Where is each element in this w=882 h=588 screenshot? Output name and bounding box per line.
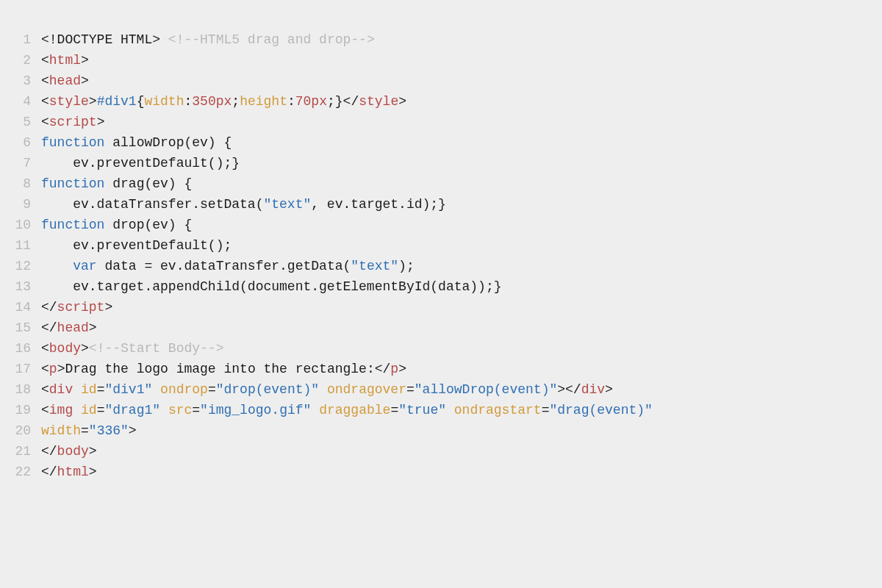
token: > [81,53,89,68]
token: > [398,94,406,109]
line-number: 9 [0,194,41,215]
token: Drag the logo image into the rectangle: [65,362,374,376]
code-content[interactable]: ev.preventDefault();} [41,153,882,173]
token: </ [343,94,359,109]
code-line[interactable]: 20width="336"> [0,420,882,441]
token: ; [232,94,240,109]
line-number: 19 [0,400,41,420]
token: = [542,403,550,417]
line-number: 1 [0,29,41,50]
token: <!--HTML5 drag and drop--> [168,32,375,47]
code-line[interactable]: 13 ev.target.appendChild(document.getEle… [0,276,882,297]
code-content[interactable]: <head> [41,71,882,91]
token: = [390,403,398,417]
token: width [41,423,81,438]
token: </ [41,320,57,335]
line-number: 3 [0,71,41,91]
code-content[interactable]: width="336"> [41,420,882,441]
token: "drag(event)" [549,403,652,417]
token: div [49,382,73,397]
code-content[interactable]: function drop(ev) { [41,215,882,235]
code-content[interactable]: <style>#div1{width:350px;height:70px;}</… [41,91,882,112]
code-content[interactable]: ev.dataTransfer.setData("text", ev.targe… [41,194,882,215]
code-line[interactable]: 21</body> [0,441,882,462]
token: </ [565,382,581,397]
code-content[interactable]: </script> [41,297,882,318]
code-line[interactable]: 2<html> [0,50,882,71]
token: style [49,94,89,109]
line-number: 18 [0,379,41,400]
code-content[interactable]: <body><!--Start Body--> [41,338,882,359]
code-content[interactable]: <div id="div1" ondrop="drop(event)" ondr… [41,379,882,400]
token [319,382,327,397]
token: 350px [192,94,232,109]
token: = [81,423,89,438]
token: body [57,444,89,459]
token: div [581,382,605,397]
code-line[interactable]: 18<div id="div1" ondrop="drop(event)" on… [0,379,882,400]
token: "div1" [104,382,152,397]
code-line[interactable]: 1<!DOCTYPE HTML> <!--HTML5 drag and drop… [0,29,882,50]
token: script [57,300,105,315]
code-line[interactable]: 5<script> [0,112,882,132]
code-line[interactable]: 4<style>#div1{width:350px;height:70px;}<… [0,91,882,112]
code-line[interactable]: 16<body><!--Start Body--> [0,338,882,359]
token: < [41,53,49,68]
token: > [89,320,97,335]
token [73,382,81,397]
token: < [41,382,49,397]
code-line[interactable]: 6function allowDrop(ev) { [0,132,882,153]
token: </ [41,444,57,459]
code-content[interactable]: <script> [41,112,882,132]
token: < [41,362,49,376]
token: html [49,53,81,68]
token: p [390,362,398,376]
code-content[interactable]: <html> [41,50,882,71]
code-content[interactable]: </head> [41,318,882,338]
token: "drag1" [104,403,160,417]
code-line[interactable]: 10function drop(ev) { [0,215,882,235]
line-number: 21 [0,441,41,462]
code-line[interactable]: 12 var data = ev.dataTransfer.getData("t… [0,256,882,276]
token: > [398,362,406,376]
code-content[interactable]: <img id="drag1" src="img_logo.gif" dragg… [41,400,882,420]
token: > [97,115,105,129]
code-content[interactable]: <p>Drag the logo image into the rectangl… [41,359,882,379]
line-number: 7 [0,153,41,173]
token: = [208,382,216,397]
token: = [97,403,105,417]
token: ondragstart [454,403,542,417]
code-content[interactable]: </html> [41,462,882,482]
code-content[interactable]: function drag(ev) { [41,173,882,194]
token: "true" [398,403,446,417]
code-content[interactable]: ev.preventDefault(); [41,235,882,256]
token: < [41,403,49,417]
token: draggable [319,403,390,417]
code-line[interactable]: 19<img id="drag1" src="img_logo.gif" dra… [0,400,882,420]
code-line[interactable]: 22</html> [0,462,882,482]
token: "text" [351,259,398,273]
code-content[interactable]: <!DOCTYPE HTML> <!--HTML5 drag and drop-… [41,29,882,50]
token: html [57,465,89,479]
line-number: 4 [0,91,41,112]
token: style [359,94,398,109]
code-line[interactable]: 8function drag(ev) { [0,173,882,194]
code-content[interactable]: var data = ev.dataTransfer.getData("text… [41,256,882,276]
code-line[interactable]: 3<head> [0,71,882,91]
token: > [57,362,65,376]
token: body [49,341,81,356]
code-line[interactable]: 17<p>Drag the logo image into the rectan… [0,359,882,379]
token: ev.dataTransfer.setData( [41,197,263,212]
code-line[interactable]: 15</head> [0,318,882,338]
code-content[interactable]: function allowDrop(ev) { [41,132,882,153]
code-editor[interactable]: 1<!DOCTYPE HTML> <!--HTML5 drag and drop… [0,0,882,482]
code-content[interactable]: </body> [41,441,882,462]
code-line[interactable]: 11 ev.preventDefault(); [0,235,882,256]
token: "336" [89,423,129,438]
code-line[interactable]: 14</script> [0,297,882,318]
token: ev.preventDefault();} [41,156,240,171]
code-line[interactable]: 7 ev.preventDefault();} [0,153,882,173]
code-line[interactable]: 9 ev.dataTransfer.setData("text", ev.tar… [0,194,882,215]
code-content[interactable]: ev.target.appendChild(document.getElemen… [41,276,882,297]
line-number: 13 [0,276,41,297]
